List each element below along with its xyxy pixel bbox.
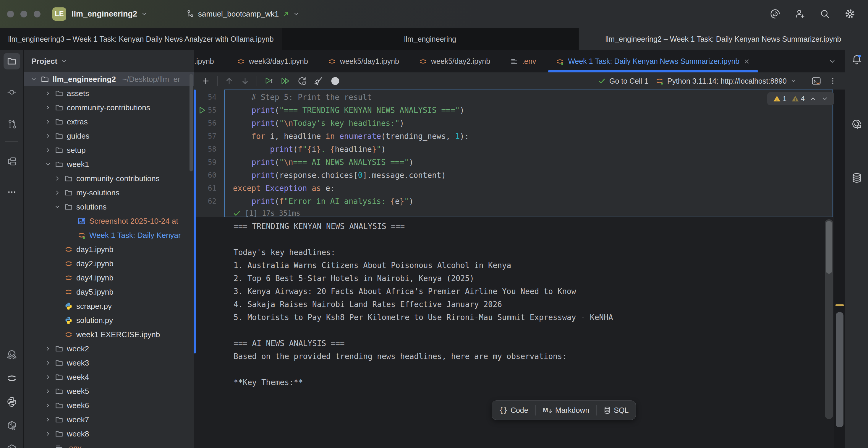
- editor-scrollbar-thumb[interactable]: [836, 312, 843, 427]
- tree-item-screenshot[interactable]: Screenshot 2025-10-24 at: [24, 214, 194, 228]
- editor-tab-week5-day2[interactable]: week5/day2.ipynb: [409, 50, 500, 72]
- tree-item-week1-exercise[interactable]: week1 EXERCISE.ipynb: [24, 327, 194, 342]
- more-options-kebab-icon[interactable]: [828, 76, 837, 86]
- branch-widget[interactable]: samuel_bootcamp_wk1: [186, 9, 300, 19]
- window-minimize-button[interactable]: [21, 11, 27, 18]
- editor-scroll-stripe[interactable]: [834, 90, 845, 448]
- window-tab-llm-engineering[interactable]: llm_engineering: [282, 28, 578, 50]
- editor-tab-week1-task-active[interactable]: Week 1 Task: Daily Kenyan News Summarize…: [546, 50, 760, 72]
- goto-cell-button[interactable]: Go to Cell 1: [598, 77, 648, 86]
- inspections-widget[interactable]: 1 4: [767, 92, 834, 105]
- code-line[interactable]: 61except Exception as e:: [194, 182, 833, 195]
- chevron-right-icon[interactable]: [44, 360, 52, 366]
- chevron-right-icon[interactable]: [44, 388, 52, 394]
- code-editor[interactable]: 54 # Step 5: Print the result 55 print("…: [194, 91, 833, 208]
- code-with-me-icon[interactable]: [795, 8, 805, 19]
- editor-tab-env[interactable]: .env: [500, 50, 546, 72]
- add-markdown-cell-button[interactable]: M Markdown: [536, 401, 597, 420]
- tree-item-guides[interactable]: guides: [24, 129, 194, 143]
- chevron-right-icon[interactable]: [44, 416, 52, 423]
- tab-list-chevron-icon[interactable]: [828, 58, 836, 65]
- run-all-cells-button[interactable]: [281, 76, 290, 86]
- tree-item-my-solutions[interactable]: my-solutions: [24, 186, 194, 200]
- search-icon[interactable]: [819, 8, 830, 19]
- prev-problem-icon[interactable]: [809, 95, 816, 102]
- tree-item-env[interactable]: .env: [24, 441, 194, 448]
- code-line[interactable]: 56 print("\nToday's key headlines:"): [194, 117, 833, 130]
- run-targets-tool-button[interactable]: [4, 441, 20, 448]
- project-panel-header[interactable]: Project: [24, 50, 194, 72]
- chevron-right-icon[interactable]: [44, 346, 52, 352]
- tree-item-community-contributions[interactable]: community-contributions: [24, 100, 194, 115]
- add-sql-cell-button[interactable]: SQL: [597, 401, 636, 420]
- chevron-down-icon[interactable]: [44, 161, 52, 167]
- code-line[interactable]: 57 for i, headline in enumerate(trending…: [194, 130, 833, 143]
- tree-item-day2[interactable]: day2.ipynb: [24, 257, 194, 271]
- chevron-down-icon[interactable]: [141, 10, 148, 18]
- chevron-down-icon[interactable]: [30, 76, 38, 83]
- tree-item-week5[interactable]: week5: [24, 384, 194, 398]
- close-tab-icon[interactable]: [744, 58, 750, 65]
- tree-item-week7[interactable]: week7: [24, 413, 194, 427]
- chevron-right-icon[interactable]: [44, 374, 52, 380]
- tree-item-week4[interactable]: week4: [24, 370, 194, 384]
- window-tab-llm-engineering3[interactable]: llm_engineering3 – Week 1 Task: Kenyan D…: [0, 28, 282, 50]
- move-cell-up-button[interactable]: [225, 76, 234, 86]
- tree-item-week1-community-contributions[interactable]: community-contributions: [24, 171, 194, 186]
- tree-item-week3[interactable]: week3: [24, 356, 194, 370]
- chevron-right-icon[interactable]: [44, 147, 52, 153]
- code-line[interactable]: 54 # Step 5: Print the result: [194, 91, 833, 104]
- tree-item-day4[interactable]: day4.ipynb: [24, 271, 194, 285]
- weak-warning-badge[interactable]: 4: [792, 95, 805, 103]
- chevron-right-icon[interactable]: [44, 90, 52, 97]
- chevron-right-icon[interactable]: [44, 133, 52, 139]
- editor-tab-clipped[interactable]: .ipynb: [194, 50, 218, 72]
- tree-item-week1-task-notebook[interactable]: Week 1 Task: Daily Kenyar: [24, 228, 194, 242]
- tree-item-assets[interactable]: assets: [24, 86, 194, 100]
- code-line[interactable]: 55 print("=== TRENDING KENYAN NEWS ANALY…: [194, 104, 833, 117]
- jupyter-tool-button[interactable]: [4, 370, 20, 387]
- editor-tab-week5-day1[interactable]: week5/day1.ipynb: [318, 50, 409, 72]
- code-line[interactable]: 59 print("\n=== AI NEWS ANALYSIS ==="): [194, 156, 833, 169]
- window-maximize-button[interactable]: [34, 11, 40, 18]
- run-cell-button[interactable]: [264, 76, 274, 86]
- code-line[interactable]: 60 print(response.choices[0].message.con…: [194, 169, 833, 182]
- chevron-right-icon[interactable]: [53, 175, 61, 182]
- github-icon[interactable]: [330, 76, 340, 86]
- chevron-down-icon[interactable]: [53, 203, 61, 210]
- tree-item-solution-py[interactable]: solution.py: [24, 313, 194, 327]
- warning-stripe-mark[interactable]: [835, 305, 844, 306]
- python-packages-tool-button[interactable]: [4, 417, 20, 434]
- tree-item-week6[interactable]: week6: [24, 398, 194, 413]
- chevron-right-icon[interactable]: [44, 119, 52, 125]
- project-scrollbar-thumb[interactable]: [189, 74, 193, 171]
- tree-item-solutions[interactable]: solutions: [24, 200, 194, 214]
- chevron-right-icon[interactable]: [44, 402, 52, 409]
- warning-badge[interactable]: 1: [773, 95, 786, 103]
- window-close-button[interactable]: [7, 11, 14, 18]
- window-controls[interactable]: [7, 11, 40, 18]
- tree-item-root[interactable]: llm_engineering2 ~/Desktop/llm_er: [24, 72, 194, 86]
- chevron-right-icon[interactable]: [53, 189, 61, 196]
- code-line[interactable]: 62 print(f"Error in AI analysis: {e}"): [194, 195, 833, 208]
- notifications-bell-button[interactable]: [848, 52, 865, 68]
- kernel-selector[interactable]: Python 3.11.14: http://localhost:8890: [655, 77, 797, 86]
- project-name[interactable]: llm_engineering2: [71, 9, 137, 19]
- tree-item-week2[interactable]: week2: [24, 342, 194, 356]
- restart-kernel-button[interactable]: [297, 76, 307, 86]
- huggingface-tool-button[interactable]: [4, 346, 20, 363]
- database-tool-button[interactable]: [848, 170, 865, 186]
- ai-assistant-chat-button[interactable]: [848, 117, 865, 133]
- jupyter-console-button[interactable]: [811, 76, 821, 86]
- clear-outputs-button[interactable]: [314, 76, 323, 86]
- editor-tab-week3-day1[interactable]: week3/day1.ipynb: [227, 50, 318, 72]
- python-tool-button[interactable]: [4, 394, 20, 410]
- commit-tool-button[interactable]: [4, 84, 20, 100]
- tree-item-day1[interactable]: day1.ipynb: [24, 242, 194, 257]
- chevron-right-icon[interactable]: [44, 104, 52, 111]
- code-line[interactable]: 58 print(f"{i}. {headline}"): [194, 143, 833, 156]
- add-code-cell-button[interactable]: {} Code: [492, 401, 535, 420]
- chevron-right-icon[interactable]: [44, 430, 52, 437]
- ai-assistant-icon[interactable]: [770, 8, 780, 19]
- next-problem-icon[interactable]: [821, 95, 828, 102]
